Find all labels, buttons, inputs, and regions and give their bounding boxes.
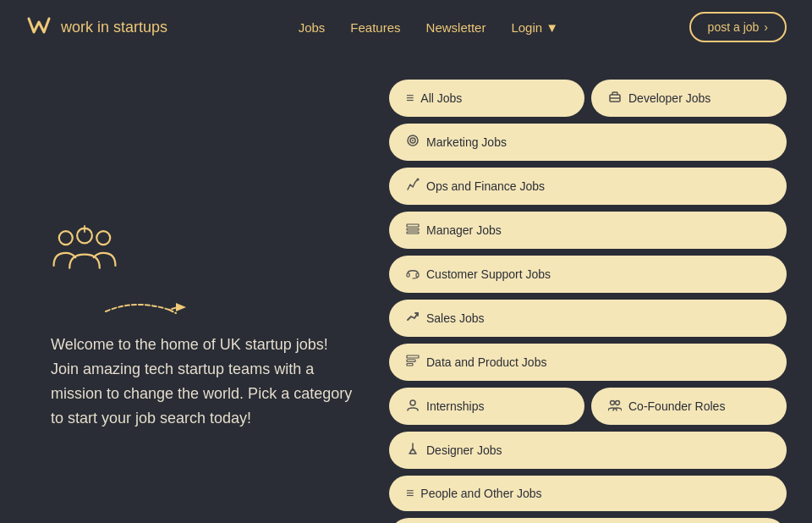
- manager-icon: [406, 222, 420, 239]
- welcome-text: Welcome to the home of UK startup jobs! …: [51, 333, 355, 430]
- list-icon: ≡: [406, 91, 414, 106]
- customer-support-jobs-button[interactable]: Customer Support Jobs: [389, 256, 787, 293]
- nav-features[interactable]: Features: [350, 20, 400, 35]
- logo-text: work in startups: [61, 19, 167, 36]
- svg-rect-17: [407, 355, 419, 358]
- category-row-furlough: FURLOUGH VOLUNTEER OPPORTUNITIES: [389, 518, 787, 523]
- all-jobs-button[interactable]: ≡ All Jobs: [389, 80, 584, 117]
- category-row-1: ≡ All Jobs Developer Jobs: [389, 80, 787, 117]
- nav-jobs[interactable]: Jobs: [299, 20, 326, 35]
- target-icon: [406, 134, 420, 151]
- arrow-decoration: [102, 295, 372, 320]
- logo-area: work in startups: [25, 12, 167, 42]
- header: work in startups Jobs Features Newslette…: [0, 0, 812, 54]
- data-product-jobs-button[interactable]: Data and Product Jobs: [389, 344, 787, 381]
- svg-rect-12: [407, 224, 419, 227]
- svg-point-21: [611, 401, 615, 405]
- trend-up-icon: [406, 310, 420, 327]
- svg-point-2: [96, 232, 110, 245]
- category-row-6: Sales Jobs: [389, 300, 787, 337]
- nav-newsletter[interactable]: Newsletter: [426, 20, 486, 35]
- headset-icon: [406, 266, 420, 283]
- post-job-button[interactable]: post a job ›: [689, 12, 787, 42]
- cofounder-icon: [608, 398, 622, 415]
- svg-marker-5: [176, 303, 186, 311]
- svg-point-0: [59, 232, 73, 245]
- category-row-2: Marketing Jobs: [389, 124, 787, 161]
- category-row-5: Customer Support Jobs: [389, 256, 787, 293]
- main-content: Welcome to the home of UK startup jobs! …: [0, 54, 812, 523]
- svg-point-10: [412, 140, 414, 141]
- svg-rect-18: [407, 360, 415, 362]
- people-other-icon: ≡: [406, 486, 414, 501]
- category-row-8: Internships Co-Founder Roles: [389, 388, 787, 425]
- ops-finance-jobs-button[interactable]: Ops and Finance Jobs: [389, 168, 787, 205]
- category-row-3: Ops and Finance Jobs: [389, 168, 787, 205]
- designer-jobs-button[interactable]: Designer Jobs: [389, 432, 787, 469]
- manager-jobs-button[interactable]: Manager Jobs: [389, 212, 787, 249]
- svg-rect-14: [407, 232, 419, 234]
- svg-rect-16: [416, 273, 419, 277]
- left-panel: Welcome to the home of UK startup jobs! …: [51, 71, 372, 523]
- job-categories: ≡ All Jobs Developer Jobs: [389, 71, 787, 523]
- login-button[interactable]: Login ▼: [511, 20, 558, 35]
- svg-rect-19: [407, 364, 413, 366]
- svg-rect-15: [407, 273, 409, 277]
- category-row-10: ≡ People and Other Jobs: [389, 476, 787, 511]
- people-icon: [51, 223, 372, 278]
- designer-icon: [406, 442, 420, 459]
- developer-jobs-button[interactable]: Developer Jobs: [591, 80, 787, 117]
- people-other-jobs-button[interactable]: ≡ People and Other Jobs: [389, 476, 787, 511]
- intern-icon: [406, 398, 420, 415]
- category-row-4: Manager Jobs: [389, 212, 787, 249]
- data-icon: [406, 354, 420, 371]
- internships-button[interactable]: Internships: [389, 388, 584, 425]
- logo-icon: [25, 12, 52, 42]
- main-nav: Jobs Features Newsletter Login ▼: [299, 20, 558, 35]
- svg-rect-13: [407, 228, 419, 230]
- marketing-jobs-button[interactable]: Marketing Jobs: [389, 124, 787, 161]
- svg-point-20: [410, 400, 415, 405]
- furlough-button[interactable]: FURLOUGH VOLUNTEER OPPORTUNITIES: [389, 518, 787, 523]
- svg-point-22: [616, 401, 620, 405]
- ops-icon: [406, 178, 420, 195]
- svg-point-11: [417, 179, 420, 181]
- sales-jobs-button[interactable]: Sales Jobs: [389, 300, 787, 337]
- category-row-7: Data and Product Jobs: [389, 344, 787, 381]
- cofounder-roles-button[interactable]: Co-Founder Roles: [591, 388, 787, 425]
- briefcase-icon: [608, 90, 622, 107]
- category-row-9: Designer Jobs: [389, 432, 787, 469]
